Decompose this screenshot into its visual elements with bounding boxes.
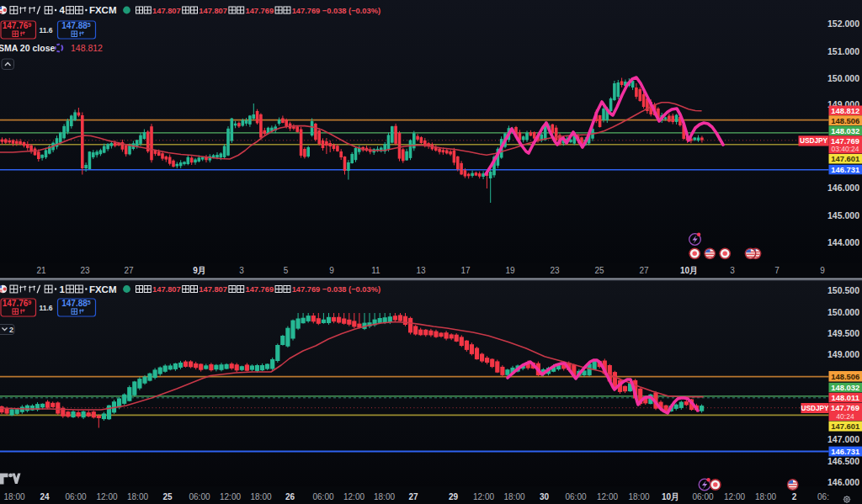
svg-text:27: 27 xyxy=(408,492,418,501)
svg-text:147.769: 147.769 xyxy=(3,21,32,30)
svg-text:11.6: 11.6 xyxy=(39,26,52,34)
svg-text:19: 19 xyxy=(505,266,515,275)
svg-text:147.769: 147.769 xyxy=(292,7,321,15)
svg-text:18:00: 18:00 xyxy=(3,492,24,501)
svg-text:5: 5 xyxy=(284,266,289,275)
svg-text:13: 13 xyxy=(416,266,426,275)
svg-text:FXCM: FXCM xyxy=(89,5,117,15)
svg-text:18:00: 18:00 xyxy=(127,492,148,501)
svg-text:1: 1 xyxy=(60,284,66,294)
svg-text:12:00: 12:00 xyxy=(473,492,494,501)
svg-text:149.000: 149.000 xyxy=(827,349,859,359)
svg-text:21: 21 xyxy=(36,266,46,275)
svg-text:146.000: 146.000 xyxy=(827,477,859,487)
svg-text:148.032: 148.032 xyxy=(831,126,859,135)
svg-text:7: 7 xyxy=(774,266,780,275)
svg-text:9月: 9月 xyxy=(193,266,206,275)
svg-text:18:00: 18:00 xyxy=(250,492,271,501)
svg-text:03:40:24: 03:40:24 xyxy=(831,145,859,153)
svg-text:147.769: 147.769 xyxy=(292,285,321,294)
svg-text:29: 29 xyxy=(449,492,459,501)
svg-text:25: 25 xyxy=(594,266,604,275)
svg-text:2: 2 xyxy=(9,326,13,334)
svg-text:27: 27 xyxy=(124,266,134,275)
svg-text:147.769: 147.769 xyxy=(3,299,32,308)
svg-text:148.812: 148.812 xyxy=(71,43,103,53)
svg-text:06:: 06: xyxy=(817,492,829,501)
svg-text:12:00: 12:00 xyxy=(343,492,364,501)
svg-text:2: 2 xyxy=(792,492,797,501)
svg-text:147.769: 147.769 xyxy=(246,7,274,15)
svg-text:30: 30 xyxy=(540,492,550,501)
svg-text:SMA 20 close: SMA 20 close xyxy=(0,43,55,53)
svg-text:18:00: 18:00 xyxy=(755,492,776,501)
svg-text:145.000: 145.000 xyxy=(827,210,859,220)
svg-text:147.769: 147.769 xyxy=(831,403,859,412)
svg-text:18:00: 18:00 xyxy=(628,492,649,501)
svg-text:146.500: 146.500 xyxy=(827,456,859,466)
svg-text:06:00: 06:00 xyxy=(312,492,333,501)
svg-text:147.000: 147.000 xyxy=(827,434,859,444)
svg-text:10月: 10月 xyxy=(680,266,698,275)
svg-text:147.885: 147.885 xyxy=(61,21,91,30)
svg-text:150.500: 150.500 xyxy=(827,285,859,295)
svg-text:18:00: 18:00 xyxy=(503,492,524,501)
svg-text:−0.038 (−0.03%): −0.038 (−0.03%) xyxy=(322,7,380,15)
svg-text:18:00: 18:00 xyxy=(374,492,395,501)
svg-text:148.506: 148.506 xyxy=(831,372,859,381)
svg-text:148.011: 148.011 xyxy=(832,393,859,402)
svg-text:10月: 10月 xyxy=(662,492,679,501)
svg-text:12:00: 12:00 xyxy=(96,492,117,501)
svg-text:25: 25 xyxy=(162,492,173,501)
svg-text:11: 11 xyxy=(371,266,380,275)
svg-text:23: 23 xyxy=(80,266,90,275)
svg-text:26: 26 xyxy=(285,492,295,501)
svg-text:11.6: 11.6 xyxy=(39,304,52,312)
svg-text:147.601: 147.601 xyxy=(831,422,859,431)
svg-text:12:00: 12:00 xyxy=(597,492,618,501)
svg-text:147.769: 147.769 xyxy=(831,136,859,146)
svg-text:150.000: 150.000 xyxy=(827,307,859,317)
svg-text:−0.038 (−0.03%): −0.038 (−0.03%) xyxy=(322,285,380,294)
svg-text:27: 27 xyxy=(639,266,649,275)
svg-text:146.731: 146.731 xyxy=(831,165,859,174)
svg-text:147.885: 147.885 xyxy=(61,299,91,308)
svg-text:147.807: 147.807 xyxy=(152,7,181,15)
svg-text:23: 23 xyxy=(550,266,560,275)
svg-text:06:00: 06:00 xyxy=(65,492,86,501)
svg-text:4: 4 xyxy=(60,5,66,15)
svg-text:06:00: 06:00 xyxy=(189,492,210,501)
svg-text:147.601: 147.601 xyxy=(831,154,859,163)
svg-text:147.807: 147.807 xyxy=(199,7,227,15)
svg-text:147.807: 147.807 xyxy=(152,285,181,294)
svg-text:3: 3 xyxy=(239,266,244,275)
svg-text:06:00: 06:00 xyxy=(565,492,586,501)
svg-text:146.731: 146.731 xyxy=(831,447,859,456)
svg-text:152.000: 152.000 xyxy=(827,19,859,29)
svg-text:148.812: 148.812 xyxy=(831,106,859,115)
svg-text:148.032: 148.032 xyxy=(831,383,859,392)
svg-text:9: 9 xyxy=(820,266,825,275)
svg-text:24: 24 xyxy=(40,492,50,501)
svg-text:USDJPY: USDJPY xyxy=(801,404,829,412)
svg-text:12:00: 12:00 xyxy=(724,492,745,501)
svg-text:FXCM: FXCM xyxy=(89,284,117,294)
svg-text:17: 17 xyxy=(460,266,471,275)
svg-text:USDJPY: USDJPY xyxy=(800,136,828,145)
svg-text:144.000: 144.000 xyxy=(827,237,859,247)
svg-text:3: 3 xyxy=(730,266,735,275)
svg-text:151.000: 151.000 xyxy=(827,46,859,56)
svg-text:40:24: 40:24 xyxy=(836,412,854,421)
svg-text:150.000: 150.000 xyxy=(827,73,859,83)
svg-text:12:00: 12:00 xyxy=(220,492,241,501)
svg-text:147.769: 147.769 xyxy=(246,285,274,294)
svg-text:148.506: 148.506 xyxy=(831,116,859,125)
svg-text:9: 9 xyxy=(329,266,334,275)
svg-text:146.000: 146.000 xyxy=(827,183,859,193)
svg-text:149.500: 149.500 xyxy=(827,328,859,338)
svg-text:147.807: 147.807 xyxy=(199,285,227,294)
svg-text:06:00: 06:00 xyxy=(692,492,713,501)
